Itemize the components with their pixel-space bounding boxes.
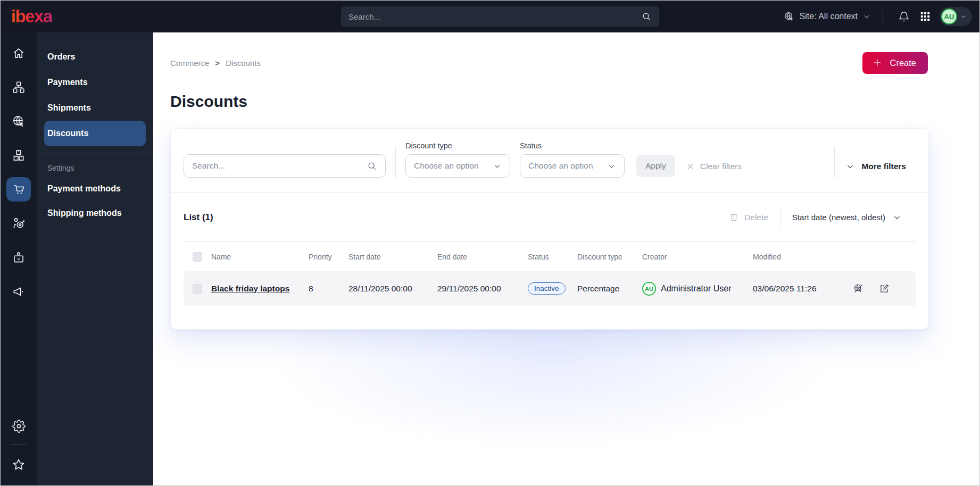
globe-cursor-icon — [12, 114, 26, 128]
discounts-card: Discount type Choose an option Status Ch… — [170, 128, 929, 330]
main-nav-rail — [1, 32, 37, 485]
nav-customers-button[interactable] — [6, 211, 31, 236]
sidebar-item-discounts[interactable]: Discounts — [44, 121, 146, 146]
filters-divider — [395, 146, 396, 178]
list-header-divider — [780, 206, 780, 229]
sidebar-item-shipping-methods[interactable]: Shipping methods — [44, 201, 146, 225]
row-actions — [849, 283, 916, 294]
globe-cursor-icon — [783, 11, 795, 22]
nav-corporate-button[interactable] — [6, 245, 31, 270]
list-header: List (1) Delete Start date (newest, olde… — [184, 193, 916, 242]
discount-type-select[interactable]: Choose an option — [405, 154, 510, 178]
column-header-end-date: End date — [437, 253, 528, 261]
ibexa-logo[interactable]: ibexa — [11, 6, 52, 27]
nav-home-button[interactable] — [6, 41, 31, 65]
search-icon[interactable] — [641, 11, 652, 22]
plus-icon — [872, 57, 883, 68]
site-context-label: Site: All context — [800, 12, 858, 21]
row-checkbox[interactable] — [193, 284, 202, 294]
filter-search[interactable] — [184, 154, 386, 178]
search-icon[interactable] — [367, 161, 377, 171]
shopping-cart-icon — [12, 182, 26, 196]
table-header-row: Name Priority Start date End date Status… — [184, 242, 916, 271]
nav-site-button[interactable] — [6, 109, 31, 133]
filter-search-input[interactable] — [192, 161, 367, 171]
site-context-selector[interactable]: Site: All context — [783, 11, 871, 22]
sort-label: Start date (newest, oldest) — [792, 213, 885, 222]
list-title: List (1) — [184, 212, 213, 223]
discount-type-cell: Percentage — [577, 284, 642, 294]
preview-disabled-icon[interactable] — [853, 283, 864, 294]
clear-filters-button[interactable]: Clear filters — [686, 155, 742, 178]
nav-content-tree-button[interactable] — [6, 75, 31, 99]
delete-button[interactable]: Delete — [729, 212, 768, 222]
sort-selector[interactable]: Start date (newest, oldest) — [792, 213, 902, 222]
priority-cell: 8 — [309, 284, 348, 294]
column-header-priority: Priority — [309, 253, 348, 261]
status-badge: Inactive — [528, 282, 566, 295]
nav-commerce-button[interactable] — [6, 177, 31, 202]
breadcrumb-commerce[interactable]: Commerce — [170, 58, 209, 68]
creator-name: Administrator User — [661, 284, 731, 294]
page-title: Discounts — [170, 93, 928, 111]
select-all-checkbox[interactable] — [193, 252, 202, 262]
megaphone-icon — [12, 284, 26, 298]
filters-bar: Discount type Choose an option Status Ch… — [171, 129, 928, 193]
breadcrumb: Commerce > Discounts — [170, 58, 261, 68]
nav-marketing-button[interactable] — [6, 279, 31, 304]
sidebar-item-payments[interactable]: Payments — [44, 70, 146, 95]
sidebar-item-payment-methods[interactable]: Payment methods — [44, 177, 146, 201]
create-button[interactable]: Create — [862, 52, 928, 74]
more-filters-button[interactable]: More filters — [845, 155, 906, 178]
rail-bottom-group — [1, 406, 37, 485]
status-select[interactable]: Choose an option — [520, 154, 625, 178]
edit-icon[interactable] — [879, 283, 890, 294]
discounts-table: Name Priority Start date End date Status… — [171, 242, 928, 329]
discount-name-link[interactable]: Black friday laptops — [211, 284, 289, 293]
delete-button-label: Delete — [744, 213, 768, 222]
nav-bookmarks-button[interactable] — [6, 453, 31, 477]
sidebar-item-orders[interactable]: Orders — [44, 44, 146, 70]
nav-admin-settings-button[interactable] — [6, 414, 31, 438]
chevron-down-icon — [892, 213, 902, 222]
column-header-modified: Modified — [753, 253, 849, 261]
user-avatar: AU — [941, 9, 957, 24]
modified-cell: 03/06/2025 11:26 — [753, 284, 849, 294]
app-grid-menu-icon[interactable] — [916, 7, 934, 26]
start-date-cell: 28/11/2025 00:00 — [348, 284, 437, 294]
corporate-badge-icon — [12, 250, 26, 264]
filters-divider — [834, 146, 835, 178]
create-button-label: Create — [890, 58, 916, 68]
global-search[interactable] — [341, 6, 659, 27]
status-label: Status — [520, 141, 625, 150]
apply-button[interactable]: Apply — [636, 155, 675, 177]
customers-target-icon — [12, 216, 26, 230]
settings-gear-icon — [12, 420, 26, 433]
column-header-discount-type: Discount type — [577, 253, 642, 261]
topbar-divider — [883, 10, 883, 23]
app-window: ibexa Site: All context — [0, 0, 980, 486]
content-tree-icon — [12, 80, 26, 94]
global-search-input[interactable] — [348, 12, 641, 21]
rail-divider — [6, 406, 31, 406]
trash-icon — [729, 212, 739, 222]
notifications-bell-icon[interactable] — [895, 7, 913, 26]
sidebar-item-shipments[interactable]: Shipments — [44, 95, 146, 121]
column-header-name: Name — [211, 253, 309, 261]
chevron-down-icon — [607, 162, 616, 171]
nav-products-button[interactable] — [6, 143, 31, 167]
products-boxes-icon — [12, 148, 26, 162]
creator-avatar: AU — [642, 282, 656, 296]
topbar-right: Site: All context — [783, 7, 979, 26]
column-header-start-date: Start date — [348, 253, 437, 261]
sidebar-divider — [37, 154, 153, 154]
user-menu[interactable]: AU — [940, 7, 972, 26]
table-row: Black friday laptops 8 28/11/2025 00:00 … — [184, 271, 916, 306]
commerce-sidebar: Orders Payments Shipments Discounts Sett… — [37, 32, 153, 485]
breadcrumb-discounts[interactable]: Discounts — [226, 58, 261, 68]
breadcrumb-separator: > — [215, 58, 220, 68]
discount-type-value: Choose an option — [414, 161, 479, 171]
chevron-down-icon — [960, 13, 967, 20]
close-icon — [686, 162, 695, 171]
discount-type-label: Discount type — [405, 141, 510, 150]
